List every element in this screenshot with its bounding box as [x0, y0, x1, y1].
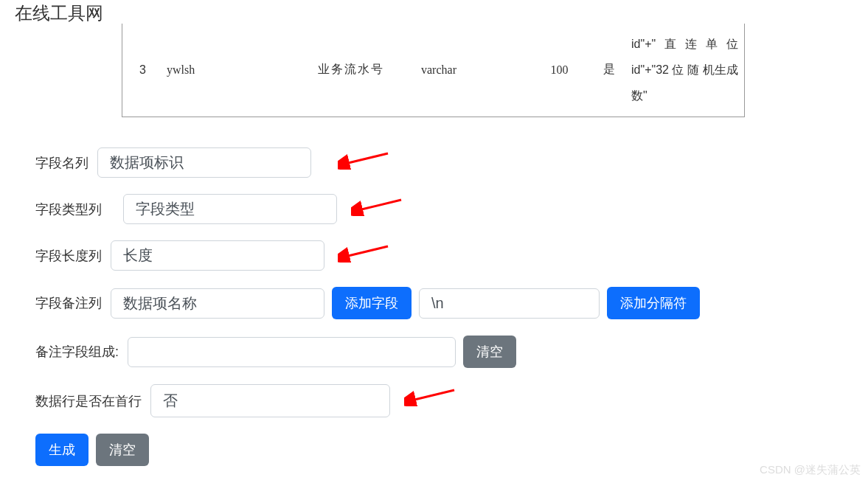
label-field-length: 字段长度列 [35, 247, 102, 265]
add-field-button[interactable]: 添加字段 [332, 287, 412, 319]
arrow-icon [351, 198, 403, 216]
cell-type: varchar [421, 63, 532, 77]
arrow-icon [338, 152, 389, 170]
table-row: 3 ywlsh 业务流水号 varchar 100 是 id"+"直连单位id"… [122, 24, 744, 117]
label-first-row: 数据行是否在首行 [35, 392, 142, 410]
generate-button[interactable]: 生成 [35, 434, 88, 466]
data-table: 3 ywlsh 业务流水号 varchar 100 是 id"+"直连单位id"… [122, 24, 745, 117]
arrow-icon [338, 245, 389, 263]
svg-line-3 [412, 390, 454, 400]
input-field-type[interactable] [123, 194, 337, 224]
label-field-name: 字段名列 [35, 154, 88, 172]
input-field-name[interactable] [97, 147, 311, 178]
input-remark-compose[interactable] [128, 337, 456, 367]
site-title: 在线工具网 [15, 1, 103, 25]
input-field-remark[interactable] [111, 288, 324, 319]
row-first-row: 数据行是否在首行 否 [35, 384, 832, 417]
cell-field: ywlsh [163, 63, 281, 77]
label-field-remark: 字段备注列 [35, 294, 102, 312]
svg-line-1 [358, 200, 401, 210]
arrow-icon [404, 389, 456, 406]
label-field-type: 字段类型列 [35, 201, 102, 218]
watermark: CSDN @迷失蒲公英 [760, 463, 861, 477]
row-field-type: 字段类型列 [35, 194, 832, 224]
row-actions: 生成 清空 [35, 434, 832, 466]
cell-name: 业务流水号 [281, 62, 421, 77]
cell-index: 3 [122, 63, 163, 77]
add-separator-button[interactable]: 添加分隔符 [607, 287, 700, 319]
row-field-name: 字段名列 [35, 147, 832, 178]
clear-remark-button[interactable]: 清空 [463, 336, 516, 368]
input-separator[interactable] [419, 288, 600, 319]
row-field-length: 字段长度列 [35, 240, 832, 271]
row-field-remark: 字段备注列 添加字段 添加分隔符 [35, 287, 832, 319]
label-remark-compose: 备注字段组成: [35, 343, 119, 361]
form-area: 字段名列 字段类型列 字段长度列 字段备注列 添加字段 添加分隔符 备注字段组成… [35, 147, 832, 482]
clear-button[interactable]: 清空 [96, 434, 149, 466]
input-field-length[interactable] [111, 240, 324, 271]
cell-remark: id"+"直连单位id"+"32 位 随 机生成数" [631, 31, 742, 109]
cell-required: 是 [587, 62, 631, 77]
select-first-row[interactable]: 否 [150, 384, 390, 417]
cell-length: 100 [532, 63, 587, 77]
svg-line-2 [345, 246, 388, 257]
svg-line-0 [345, 153, 388, 164]
row-remark-compose: 备注字段组成: 清空 [35, 336, 832, 368]
